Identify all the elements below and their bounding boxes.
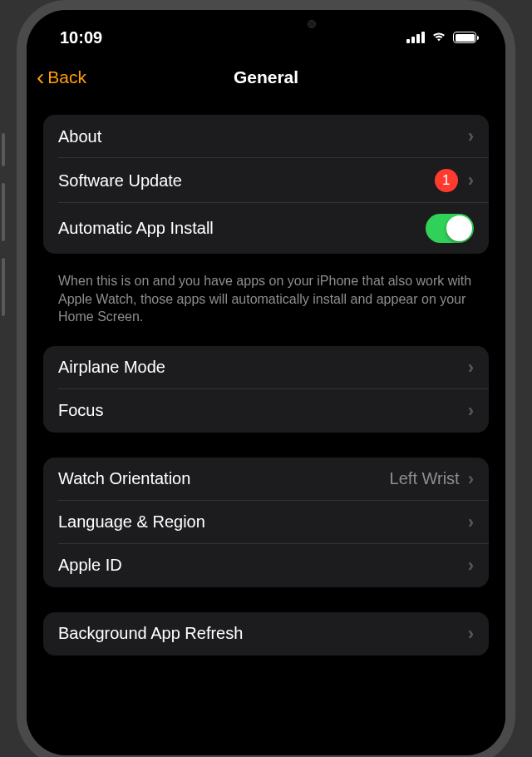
chevron-right-icon: › <box>468 126 474 147</box>
battery-icon <box>453 32 479 43</box>
cellular-signal-icon <box>406 32 425 43</box>
screen: 10:09 ‹ <box>27 10 505 755</box>
chevron-right-icon: › <box>468 400 474 422</box>
row-about[interactable]: About › <box>43 115 489 158</box>
toggle-automatic-app-install[interactable] <box>426 214 474 243</box>
row-label: About <box>58 127 468 146</box>
row-label: Watch Orientation <box>58 469 390 488</box>
row-watch-orientation[interactable]: Watch Orientation Left Wrist › <box>43 458 489 501</box>
chevron-right-icon: › <box>468 170 474 191</box>
notch <box>175 10 357 38</box>
row-label: Apple ID <box>58 556 468 575</box>
row-label: Language & Region <box>58 512 468 532</box>
camera-dot <box>308 20 316 28</box>
chevron-right-icon: › <box>468 512 474 533</box>
chevron-right-icon: › <box>468 555 474 576</box>
row-apple-id[interactable]: Apple ID › <box>43 544 489 587</box>
status-icons <box>406 30 479 46</box>
settings-group-background: Background App Refresh › <box>43 612 489 656</box>
chevron-right-icon: › <box>468 357 474 378</box>
row-label: Background App Refresh <box>58 624 468 643</box>
phone-frame: 10:09 ‹ <box>17 0 515 757</box>
row-airplane-mode[interactable]: Airplane Mode › <box>43 346 489 389</box>
row-label: Airplane Mode <box>58 358 468 377</box>
notification-badge: 1 <box>435 169 458 192</box>
row-value: Left Wrist <box>390 469 460 488</box>
row-language-region[interactable]: Language & Region › <box>43 501 489 544</box>
wifi-icon <box>431 30 447 46</box>
row-focus[interactable]: Focus › <box>43 389 489 433</box>
row-label: Focus <box>58 401 468 420</box>
settings-group-device: Watch Orientation Left Wrist › Language … <box>43 458 489 587</box>
row-software-update[interactable]: Software Update 1 › <box>43 158 489 203</box>
chevron-left-icon: ‹ <box>37 66 44 89</box>
group-footer-text: When this is on and you have apps on you… <box>43 264 489 346</box>
row-automatic-app-install[interactable]: Automatic App Install <box>43 203 489 254</box>
status-time: 10:09 <box>60 28 102 47</box>
settings-content: About › Software Update 1 › Automatic Ap… <box>27 100 505 680</box>
chevron-right-icon: › <box>468 468 474 490</box>
settings-group-modes: Airplane Mode › Focus › <box>43 346 489 433</box>
back-label: Back <box>47 67 86 87</box>
nav-bar: ‹ Back General <box>27 52 505 100</box>
back-button[interactable]: ‹ Back <box>37 66 86 89</box>
page-title: General <box>234 67 298 87</box>
settings-group-general: About › Software Update 1 › Automatic Ap… <box>43 115 489 254</box>
row-label: Automatic App Install <box>58 219 426 238</box>
toggle-knob <box>446 215 472 241</box>
row-label: Software Update <box>58 171 435 190</box>
row-background-app-refresh[interactable]: Background App Refresh › <box>43 612 489 656</box>
chevron-right-icon: › <box>468 623 474 645</box>
